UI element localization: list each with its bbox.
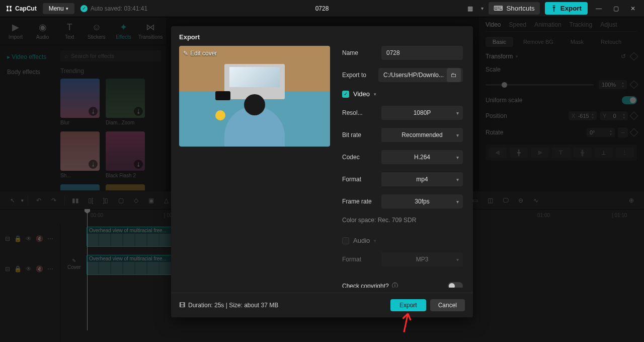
pointer-tool-icon[interactable]: ↖: [6, 194, 19, 207]
subtitle-icon[interactable]: 🖵: [499, 194, 512, 207]
trim-right-icon[interactable]: ]▯: [99, 194, 112, 207]
keyframe-icon[interactable]: [630, 112, 638, 120]
effect-thumb[interactable]: ⭳Blur: [60, 79, 100, 125]
codec-label: Codec: [342, 154, 375, 161]
rotate-reset[interactable]: –: [618, 127, 628, 138]
zoom-out-icon[interactable]: ⊖: [514, 194, 527, 207]
zoom-icon[interactable]: ⊕: [625, 194, 638, 207]
more-icon[interactable]: ⋯: [47, 265, 53, 272]
codec-select[interactable]: H.264▾: [381, 150, 463, 164]
minimize-icon[interactable]: —: [593, 3, 605, 15]
align-top[interactable]: ⊤: [552, 148, 570, 158]
preview-icon[interactable]: ◫: [484, 194, 497, 207]
close-icon[interactable]: ✕: [627, 3, 639, 15]
chevron-down-icon: ▾: [456, 155, 459, 160]
scale-value[interactable]: 100%▴▾: [599, 80, 627, 89]
lock-icon[interactable]: 🔒: [14, 265, 22, 272]
reset-icon[interactable]: ↺: [621, 53, 626, 60]
audio-section[interactable]: Audio ▾: [342, 237, 463, 244]
bitrate-select[interactable]: Recommended▾: [381, 128, 463, 142]
scale-slider[interactable]: [486, 84, 594, 86]
keyframe-icon[interactable]: [630, 128, 638, 137]
exportto-input[interactable]: C:/Users/HP/Downlo... 🗀: [378, 68, 463, 82]
clip[interactable]: Overhead view of multiracial free...: [87, 255, 172, 275]
video-section[interactable]: ✓ Video ▾: [342, 90, 463, 98]
nav-transitions[interactable]: ⋈Transitions: [138, 21, 163, 41]
collapse-icon[interactable]: ⊟: [5, 235, 10, 242]
resolution-select[interactable]: 1080P▾: [381, 106, 463, 120]
tab-animation[interactable]: Animation: [534, 21, 561, 28]
mute-icon[interactable]: 🔇: [36, 265, 43, 272]
effects-icon: ✦: [120, 22, 127, 32]
format-select[interactable]: mp4▾: [381, 172, 463, 186]
nav-stickers[interactable]: ☺Stickers: [84, 21, 109, 41]
trim-left-icon[interactable]: ▯[: [84, 194, 97, 207]
menu-button[interactable]: Menu▾: [43, 3, 74, 14]
keyframe-icon[interactable]: [630, 81, 638, 89]
keyframe-icon[interactable]: [630, 52, 638, 61]
checkbox-icon[interactable]: ✓: [342, 91, 349, 98]
marker-icon[interactable]: ◇: [129, 194, 142, 207]
undo-icon[interactable]: ↶: [32, 194, 45, 207]
edit-cover-button[interactable]: ✎ Edit cover: [183, 50, 217, 57]
layout-icon[interactable]: ▦: [464, 3, 476, 15]
export-button-top[interactable]: ⭱ Export: [545, 2, 588, 15]
align-bottom[interactable]: ⊥: [595, 148, 613, 158]
subtab-removebg[interactable]: Remove BG: [516, 37, 560, 47]
nav-import[interactable]: ▶Import: [3, 21, 28, 41]
eye-icon[interactable]: 👁: [26, 235, 32, 242]
nav-effects[interactable]: ✦Effects: [111, 21, 136, 41]
nav-text[interactable]: TText: [57, 21, 82, 41]
position-x[interactable]: X-615▴▾: [569, 111, 597, 120]
sidebar-item-body-effects[interactable]: Body effects: [3, 65, 52, 79]
framerate-select[interactable]: 30fps▾: [381, 194, 463, 209]
cancel-button[interactable]: Cancel: [430, 299, 465, 311]
eye-icon[interactable]: 👁: [26, 265, 32, 272]
name-input[interactable]: [381, 46, 463, 60]
uniform-scale-toggle[interactable]: [622, 96, 637, 104]
tab-adjust[interactable]: Adjust: [600, 21, 617, 28]
effect-thumb[interactable]: ⭳Ed...: [106, 184, 145, 190]
effect-thumb[interactable]: ⭳Sh...: [60, 131, 100, 178]
cover-button[interactable]: ✎ Cover: [67, 258, 81, 270]
copyright-toggle[interactable]: [448, 282, 463, 288]
maximize-icon[interactable]: ▢: [610, 3, 622, 15]
sidebar-item-video-effects[interactable]: ▸ Video effects: [3, 50, 52, 63]
align-center-h[interactable]: ╋: [510, 148, 528, 158]
effect-thumb[interactable]: ⭳Black Flash 2: [106, 131, 145, 178]
clip[interactable]: Overhead view of multiracial free...: [87, 227, 172, 247]
pencil-icon: ✎: [72, 258, 76, 263]
tab-speed[interactable]: Speed: [509, 21, 526, 28]
checkbox-icon[interactable]: [342, 237, 349, 244]
mute-icon[interactable]: 🔇: [36, 235, 43, 242]
delete-icon[interactable]: ▢: [114, 194, 127, 207]
subtab-basic[interactable]: Basic: [486, 37, 513, 47]
subtab-retouch[interactable]: Retouch: [594, 37, 628, 47]
effect-thumb[interactable]: ⭳Diam...Zoom: [106, 79, 145, 125]
search-effects[interactable]: ⌕: [60, 50, 161, 61]
collapse-icon[interactable]: ⊟: [5, 265, 10, 272]
align-center-v[interactable]: ╫: [574, 148, 592, 158]
rotate-value[interactable]: 0°▴▾: [587, 128, 615, 137]
shortcuts-button[interactable]: ⌨ Shortcuts: [489, 2, 539, 15]
effect-thumb[interactable]: ⭳Chromatic: [60, 184, 100, 190]
more-icon[interactable]: ⋯: [47, 235, 53, 242]
subtab-mask[interactable]: Mask: [564, 37, 591, 47]
audio-wave-icon[interactable]: ∿: [529, 194, 542, 207]
info-icon[interactable]: ⓘ: [392, 282, 398, 288]
copy-icon[interactable]: ▣: [144, 194, 157, 207]
lock-icon[interactable]: 🔒: [14, 235, 22, 242]
position-y[interactable]: Y0▴▾: [600, 111, 628, 120]
redo-icon[interactable]: ↷: [47, 194, 60, 207]
search-input[interactable]: [71, 53, 157, 59]
export-confirm-button[interactable]: Export: [390, 299, 426, 311]
nav-audio[interactable]: ◉Audio: [30, 21, 55, 41]
tab-tracking[interactable]: Tracking: [570, 21, 593, 28]
track-controls: ⊟ 🔒 👁 🔇 ⋯: [0, 224, 60, 254]
align-left[interactable]: ⫷: [489, 148, 507, 158]
split-icon[interactable]: ▮▮: [69, 194, 82, 207]
align-more[interactable]: ⋮: [616, 148, 634, 158]
folder-icon[interactable]: 🗀: [447, 68, 461, 82]
tab-video[interactable]: Video: [486, 21, 501, 28]
align-right[interactable]: ⫸: [531, 148, 549, 158]
